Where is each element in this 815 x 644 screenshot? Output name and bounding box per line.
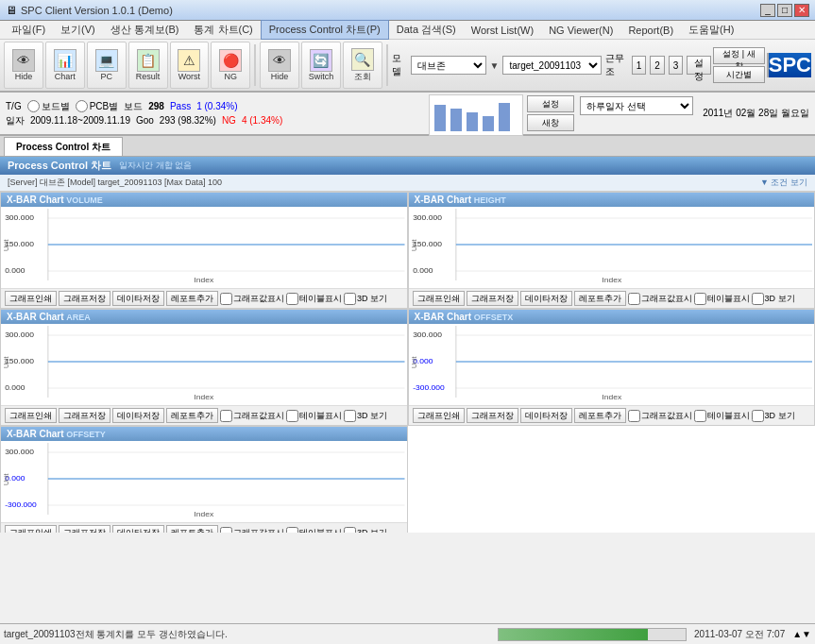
3d-check-offsety[interactable]: 3D 보기 [344, 527, 387, 534]
menu-process-control[interactable]: Process Control 차트(P) [261, 20, 389, 40]
svg-text:300.000: 300.000 [5, 448, 34, 456]
svg-rect-0 [434, 105, 446, 131]
3d-input-volume[interactable] [344, 293, 356, 305]
pc-button[interactable]: 💻 PC [87, 42, 127, 89]
tab-process-control[interactable]: Process Control 차트 [4, 137, 123, 156]
work-btn-1[interactable]: 1 [632, 56, 647, 75]
chart-panel-offsetx: X-BAR Chart OFFSETX 300.000 0.000 -300.0… [408, 309, 816, 426]
table-check-offsety[interactable]: 테이블표시 [286, 527, 342, 534]
pcb-radio[interactable] [76, 100, 88, 112]
time-view-btn[interactable]: 시간별 [713, 66, 764, 83]
svg-text:-300.000: -300.000 [413, 383, 445, 392]
pcb-radio-label[interactable]: PCB별 [76, 100, 119, 113]
save-btn-area[interactable]: 그래프저장 [59, 408, 110, 423]
menu-ng-viewer[interactable]: NG Viewer(N) [541, 23, 620, 38]
save-btn-offsety[interactable]: 그래프저장 [59, 525, 110, 533]
settings-new-btn[interactable]: 설정 | 새창 [713, 47, 764, 64]
3d-check-area[interactable]: 3D 보기 [344, 410, 387, 422]
print-btn-volume[interactable]: 그래프인쇄 [5, 291, 57, 306]
target-select[interactable]: target_20091103 [502, 56, 601, 75]
switch-button[interactable]: 🔄 Switch [301, 42, 341, 89]
save-btn-offsetx[interactable]: 그래프저장 [467, 408, 518, 423]
chart-panel-area: X-BAR Chart AREA 300.000 150.000 0.000 I… [0, 309, 408, 426]
table-input-volume[interactable] [286, 293, 298, 305]
table-check-volume[interactable]: 테이블표시 [286, 293, 342, 305]
report-btn-area[interactable]: 레포트추가 [166, 408, 218, 423]
print-btn-offsety[interactable]: 그래프인쇄 [5, 525, 57, 533]
hide-button-2[interactable]: 👁 Hide [260, 42, 299, 89]
svg-rect-4 [499, 103, 510, 131]
svg-text:Unit: Unit [3, 474, 10, 485]
print-btn-offsetx[interactable]: 그래프인쇄 [413, 408, 465, 423]
report-btn-offsetx[interactable]: 레포트추가 [574, 408, 626, 423]
graph-val-check-offsetx[interactable]: 그래프값표시 [628, 410, 692, 422]
graph-val-check-volume[interactable]: 그래프값표시 [220, 293, 284, 305]
switch-icon: 🔄 [310, 49, 332, 72]
work-btn-3[interactable]: 3 [669, 56, 684, 75]
graph-val-check-offsety[interactable]: 그래프값표시 [220, 527, 284, 534]
settings-btn-2[interactable]: 설정 [527, 95, 574, 112]
chart-label: Chart [55, 72, 76, 81]
worst-button[interactable]: ⚠ Worst [170, 42, 210, 89]
pc-icon: 💻 [95, 49, 118, 72]
pc-main-header: Process Control 차트 일자시간 개합 없음 [0, 157, 815, 175]
chart-icon: 📊 [54, 49, 76, 72]
menu-worst-list[interactable]: Worst List(W) [464, 23, 541, 38]
board-radio-label[interactable]: 보드별 [27, 100, 70, 113]
table-check-offsetx[interactable]: 테이블표시 [694, 410, 750, 422]
setting-btn[interactable]: 설정 [687, 56, 711, 75]
status-bar: target_20091103전체 통계치를 모두 갱신하였습니다. 2011-… [0, 623, 815, 644]
table-check-height[interactable]: 테이블표시 [694, 293, 750, 305]
model-select[interactable]: 대브존 [411, 56, 486, 75]
menu-production[interactable]: 생산 통계보(B) [103, 21, 187, 39]
svg-text:Index: Index [194, 510, 214, 518]
save-btn-volume[interactable]: 그래프저장 [59, 291, 110, 306]
search-button[interactable]: 🔍 조회 [343, 42, 382, 89]
new-window-btn[interactable]: 새창 [527, 114, 574, 131]
menu-stats[interactable]: 통계 차트(C) [186, 21, 260, 39]
hide-button-1[interactable]: 👁 Hide [4, 42, 43, 89]
board-radio-text: 보드별 [42, 100, 70, 113]
chart-button[interactable]: 📊 Chart [45, 42, 85, 89]
svg-text:Unit: Unit [3, 357, 10, 368]
report-btn-height[interactable]: 레포트추가 [574, 291, 626, 306]
date-select[interactable]: 하루일자 선택 [580, 96, 693, 115]
chart-footer-height: 그래프인쇄 그래프저장 데이타저장 레포트추가 그래프값표시 테이블표시 3D … [409, 288, 815, 308]
close-button[interactable]: ✕ [794, 4, 809, 17]
table-check-area[interactable]: 테이블표시 [286, 410, 342, 422]
ng-button[interactable]: 🔴 NG [211, 42, 250, 89]
report-btn-volume[interactable]: 레포트추가 [166, 291, 218, 306]
menu-report[interactable]: Report(B) [620, 23, 681, 38]
result-button[interactable]: 📋 Result [128, 42, 168, 89]
info-right-buttons: 설정 새창 [525, 93, 576, 134]
board-radio[interactable] [27, 100, 40, 112]
hide-label-1: Hide [15, 72, 33, 81]
switch-label: Switch [309, 72, 334, 81]
menu-data-search[interactable]: Data 검색(S) [389, 21, 464, 39]
print-btn-height[interactable]: 그래프인쇄 [413, 291, 465, 306]
graph-val-input-volume[interactable] [220, 293, 232, 305]
data-save-btn-offsetx[interactable]: 데이타저장 [520, 408, 572, 423]
svg-text:Index: Index [602, 393, 622, 401]
3d-check-offsetx[interactable]: 3D 보기 [752, 410, 795, 422]
3d-check-volume[interactable]: 3D 보기 [344, 293, 387, 305]
data-save-btn-offsety[interactable]: 데이타저장 [112, 525, 164, 533]
data-save-btn-height[interactable]: 데이타저장 [520, 291, 572, 306]
minimize-button[interactable]: _ [760, 4, 775, 17]
3d-check-height[interactable]: 3D 보기 [752, 293, 795, 305]
maximize-button[interactable]: □ [777, 4, 792, 17]
condition-btn[interactable]: ▼ 조건 보기 [760, 177, 807, 189]
svg-text:300.000: 300.000 [413, 330, 442, 339]
data-save-btn-volume[interactable]: 데이타저장 [112, 291, 164, 306]
graph-val-check-height[interactable]: 그래프값표시 [628, 293, 692, 305]
ng-label: NG [225, 72, 238, 81]
graph-val-check-area[interactable]: 그래프값표시 [220, 410, 284, 422]
menu-help[interactable]: 도움말(H) [681, 21, 741, 39]
save-btn-height[interactable]: 그래프저장 [467, 291, 518, 306]
print-btn-area[interactable]: 그래프인쇄 [5, 408, 57, 423]
data-save-btn-area[interactable]: 데이타저장 [112, 408, 164, 423]
work-btn-2[interactable]: 2 [650, 56, 665, 75]
menu-view[interactable]: 보기(V) [53, 21, 103, 39]
report-btn-offsety[interactable]: 레포트추가 [166, 525, 218, 533]
menu-file[interactable]: 파일(F) [4, 21, 53, 39]
